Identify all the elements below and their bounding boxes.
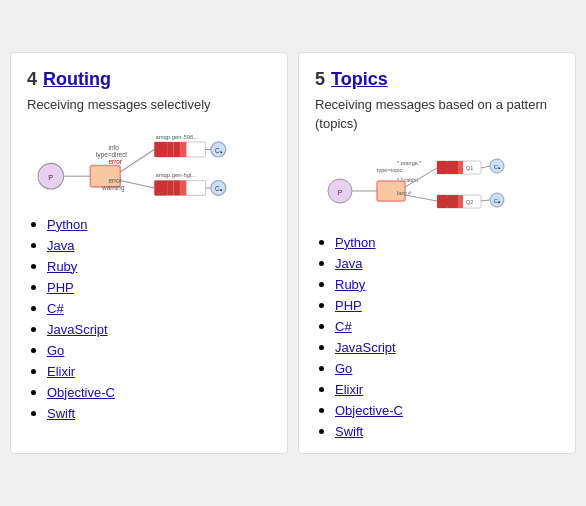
routing-csharp-link[interactable]: C# [47, 301, 64, 316]
svg-rect-10 [154, 142, 167, 157]
svg-text:amqp.gen-596...: amqp.gen-596... [155, 133, 198, 139]
svg-text:C₂: C₂ [215, 185, 223, 192]
routing-number: 4 [27, 69, 37, 90]
routing-description: Receiving messages selectively [27, 96, 271, 114]
list-item: Go [335, 359, 559, 377]
topics-java-link[interactable]: Java [335, 256, 362, 271]
svg-rect-48 [453, 195, 458, 208]
routing-card: 4 Routing Receiving messages selectively… [10, 52, 288, 453]
list-item: Swift [47, 404, 271, 422]
svg-text:C₁: C₁ [494, 164, 501, 170]
svg-rect-11 [167, 142, 173, 157]
routing-python-link[interactable]: Python [47, 217, 87, 232]
svg-rect-46 [437, 195, 448, 208]
topics-swift-link[interactable]: Swift [335, 424, 363, 439]
svg-rect-38 [437, 161, 448, 174]
svg-text:C₁: C₁ [215, 146, 223, 153]
topics-elixir-link[interactable]: Elixir [335, 382, 363, 397]
svg-line-54 [405, 195, 437, 201]
list-item: Python [335, 233, 559, 251]
list-item: Objective-C [335, 401, 559, 419]
svg-rect-41 [458, 161, 463, 174]
svg-text:*.*.rabbit: *.*.rabbit [397, 177, 419, 183]
svg-text:P: P [48, 173, 53, 182]
page-container: 4 Routing Receiving messages selectively… [0, 42, 586, 463]
svg-text:lazy.#: lazy.# [397, 190, 412, 196]
svg-line-56 [481, 200, 490, 201]
topics-python-link[interactable]: Python [335, 235, 375, 250]
routing-link-list: Python Java Ruby PHP C# JavaScript Go El… [27, 215, 271, 422]
svg-rect-20 [174, 180, 180, 195]
list-item: Go [47, 341, 271, 359]
routing-swift-link[interactable]: Swift [47, 406, 75, 421]
svg-text:Q2: Q2 [466, 199, 473, 205]
svg-rect-18 [154, 180, 167, 195]
routing-go-link[interactable]: Go [47, 343, 64, 358]
svg-text:C₂: C₂ [494, 198, 501, 204]
list-item: Objective-C [47, 383, 271, 401]
routing-header: 4 Routing [27, 69, 271, 90]
svg-text:*.orange.*: *.orange.* [397, 160, 422, 166]
routing-elixir-link[interactable]: Elixir [47, 364, 75, 379]
list-item: Elixir [335, 380, 559, 398]
list-item: Java [47, 236, 271, 254]
topics-link-list: Python Java Ruby PHP C# JavaScript Go El… [315, 233, 559, 440]
svg-text:error: error [108, 158, 122, 165]
list-item: Java [335, 254, 559, 272]
svg-rect-49 [458, 195, 463, 208]
list-item: Swift [335, 422, 559, 440]
svg-rect-47 [448, 195, 453, 208]
topics-card: 5 Topics Receiving messages based on a p… [298, 52, 576, 453]
svg-rect-39 [448, 161, 453, 174]
list-item: JavaScript [47, 320, 271, 338]
topics-javascript-link[interactable]: JavaScript [335, 340, 396, 355]
svg-text:Q1: Q1 [466, 165, 473, 171]
topics-csharp-link[interactable]: C# [335, 319, 352, 334]
svg-line-55 [481, 166, 490, 168]
svg-text:info: info [108, 143, 119, 150]
topics-header: 5 Topics [315, 69, 559, 90]
svg-line-26 [120, 180, 154, 187]
list-item: PHP [47, 278, 271, 296]
routing-ruby-link[interactable]: Ruby [47, 259, 77, 274]
routing-diagram: P type=direct info error error warning a… [27, 125, 271, 205]
topics-description: Receiving messages based on a pattern (t… [315, 96, 559, 132]
svg-rect-21 [180, 180, 186, 195]
list-item: Ruby [47, 257, 271, 275]
routing-javascript-link[interactable]: JavaScript [47, 322, 108, 337]
svg-text:amqp.gen-hgl...: amqp.gen-hgl... [155, 172, 196, 178]
topics-ruby-link[interactable]: Ruby [335, 277, 365, 292]
list-item: C# [335, 317, 559, 335]
svg-rect-19 [167, 180, 173, 195]
list-item: C# [47, 299, 271, 317]
list-item: Ruby [335, 275, 559, 293]
svg-text:type=topic: type=topic [377, 167, 402, 173]
routing-php-link[interactable]: PHP [47, 280, 74, 295]
topics-php-link[interactable]: PHP [335, 298, 362, 313]
svg-rect-12 [174, 142, 180, 157]
topics-go-link[interactable]: Go [335, 361, 352, 376]
topics-diagram: P type=topic *.orange.* *.*.rabbit lazy.… [315, 143, 559, 223]
svg-rect-40 [453, 161, 458, 174]
list-item: JavaScript [335, 338, 559, 356]
list-item: Elixir [47, 362, 271, 380]
routing-java-link[interactable]: Java [47, 238, 74, 253]
svg-text:warning: warning [101, 184, 125, 192]
list-item: Python [47, 215, 271, 233]
routing-objectivec-link[interactable]: Objective-C [47, 385, 115, 400]
list-item: PHP [335, 296, 559, 314]
routing-title[interactable]: Routing [43, 69, 111, 90]
svg-text:P: P [338, 189, 343, 196]
topics-number: 5 [315, 69, 325, 90]
topics-title[interactable]: Topics [331, 69, 388, 90]
topics-objectivec-link[interactable]: Objective-C [335, 403, 403, 418]
svg-rect-13 [180, 142, 186, 157]
